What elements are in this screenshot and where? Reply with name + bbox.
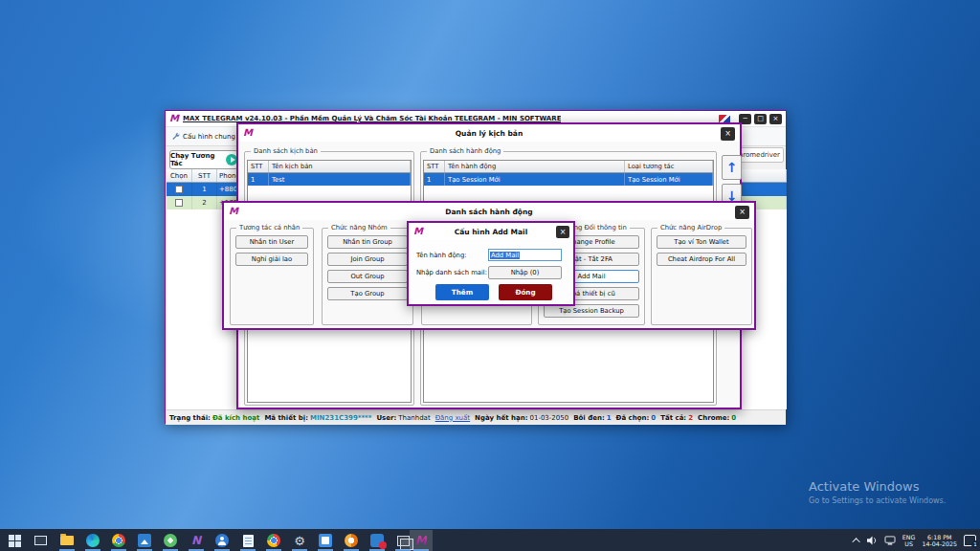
- script-name: Test: [269, 173, 411, 186]
- col-stt: STT: [248, 161, 269, 172]
- language-line2: US: [902, 540, 916, 547]
- row-checkbox[interactable]: [175, 199, 183, 207]
- close-icon[interactable]: ×: [556, 226, 569, 238]
- wrench-icon: [171, 132, 180, 141]
- chrome-value: 0: [731, 414, 736, 422]
- action-center-icon[interactable]: 1: [964, 535, 976, 546]
- user-label: User:: [376, 414, 396, 422]
- script-dialog-title-bar: M Quản lý kịch bản ×: [238, 124, 740, 142]
- run-interaction-button[interactable]: Chạy Tương Tác: [169, 150, 238, 169]
- tray-time: 6:18 PM: [922, 534, 957, 540]
- device-label: Mã thiết bị:: [264, 414, 308, 422]
- taskbar-mail-app[interactable]: [314, 530, 337, 551]
- action-dialog-title: Danh sách hành động: [224, 208, 754, 216]
- mail-list-label: Nhập danh sách mail:: [416, 269, 487, 276]
- col-stt: STT: [424, 161, 445, 172]
- taskbar-notepad-plus[interactable]: N: [185, 530, 208, 551]
- activate-windows-watermark: Activate Windows Go to Settings to activ…: [809, 479, 946, 505]
- group-personal-label: Tương tác cá nhân: [236, 224, 302, 231]
- rest-break-button[interactable]: Nghỉ giải lao: [235, 253, 308, 266]
- action-stt: 1: [424, 173, 445, 186]
- tray-chevron-icon[interactable]: [852, 538, 859, 545]
- maximize-button[interactable]: □: [754, 114, 767, 124]
- windows-logo-icon: [9, 535, 21, 547]
- message-user-button[interactable]: Nhắn tin User: [235, 235, 308, 249]
- group-airdrop-label: Chức năng AirDrop: [657, 224, 724, 231]
- tray-date: 14-04-2025: [922, 540, 957, 547]
- import-mail-button[interactable]: Nhập (0): [488, 266, 562, 279]
- script-dialog-title: Quản lý kịch bản: [238, 129, 740, 138]
- network-icon[interactable]: [884, 536, 896, 545]
- highlight-value: 1: [607, 414, 612, 422]
- addmail-config-dialog: M Cấu hình Add Mail × Tên hành động: Add…: [407, 221, 575, 306]
- out-group-button[interactable]: Out Group: [327, 270, 408, 283]
- addmail-title-bar: M Cấu hình Add Mail ×: [409, 223, 573, 240]
- session-backup-button[interactable]: Tạo Session Backup: [544, 304, 639, 318]
- person-icon: [215, 534, 229, 547]
- action-name-input[interactable]: Add Mail: [488, 249, 562, 261]
- chrome-profile-icon: [267, 534, 280, 547]
- window-stack-icon: [397, 536, 410, 546]
- row-stt: 1: [192, 183, 217, 196]
- taskbar-settings[interactable]: ⚙: [288, 530, 311, 551]
- watermark-title: Activate Windows: [809, 479, 946, 494]
- action-name: Tạo Session Mới: [445, 173, 625, 186]
- device-value: MIN231C399****: [310, 414, 371, 422]
- logout-link[interactable]: Đăng xuất: [435, 414, 470, 422]
- badge-app-icon: [370, 534, 384, 547]
- clock[interactable]: 6:18 PM 14-04-2025: [922, 534, 957, 547]
- speaker-icon[interactable]: [867, 536, 878, 545]
- taskbar-notepad[interactable]: [236, 530, 259, 551]
- general-config-button[interactable]: Cấu hình chung: [171, 132, 235, 141]
- action-name-label: Tên hành động:: [416, 252, 466, 259]
- close-button[interactable]: ×: [769, 114, 782, 124]
- taskbar-chrome[interactable]: [107, 530, 130, 551]
- taskbar-chrome-profile[interactable]: [262, 530, 285, 551]
- selected-value: 0: [651, 414, 656, 422]
- window-title: MAX TELEGRAM v24.10.03 - Phần Mềm Quản L…: [183, 115, 561, 122]
- action-row[interactable]: 1 Tạo Session Mới Tạo Session Mới: [424, 173, 713, 186]
- green-app-icon: [164, 534, 177, 547]
- taskbar-max-telegram[interactable]: M: [410, 530, 433, 551]
- create-group-button[interactable]: Tạo Group: [327, 287, 408, 300]
- expiry-value: 01-03-2050: [529, 414, 568, 422]
- total-label: Tất cả:: [660, 414, 686, 422]
- mail-app-icon: [319, 534, 332, 547]
- taskbar-edge[interactable]: [81, 530, 104, 551]
- close-icon[interactable]: ×: [735, 206, 749, 219]
- run-interaction-label: Chạy Tương Tác: [170, 152, 223, 167]
- user-value: Thanhdat: [398, 414, 430, 422]
- join-group-button[interactable]: Join Group: [327, 253, 408, 266]
- add-button[interactable]: Thêm: [435, 284, 489, 300]
- taskbar-photos[interactable]: [133, 530, 156, 551]
- script-row[interactable]: 1 Test: [248, 173, 411, 186]
- arrow-up-icon: ↑: [726, 160, 738, 175]
- taskbar-green-app[interactable]: [159, 530, 182, 551]
- row-checkbox[interactable]: [175, 186, 183, 193]
- taskbar-contacts[interactable]: [211, 530, 234, 551]
- cheat-airdrop-button[interactable]: Cheat Airdrop For All: [657, 253, 746, 266]
- notepad-icon: [243, 535, 254, 547]
- col-stt: STT: [192, 169, 217, 182]
- message-group-button[interactable]: Nhắn tin Group: [327, 235, 408, 249]
- task-view-button[interactable]: [29, 530, 52, 551]
- taskbar-chrome-orange[interactable]: [340, 530, 363, 551]
- task-view-icon: [34, 536, 47, 545]
- taskbar-file-explorer[interactable]: [56, 530, 78, 551]
- taskbar-app-badge[interactable]: [366, 530, 389, 551]
- col-action-name: Tên hành động: [445, 161, 625, 172]
- script-list-label: Danh sách kịch bản: [251, 147, 321, 155]
- action-type: Tạo Session Mới: [625, 173, 713, 186]
- close-dialog-button[interactable]: Đóng: [499, 284, 552, 300]
- move-up-button[interactable]: ↑: [722, 155, 742, 180]
- col-action-type: Loại tương tác: [625, 161, 713, 172]
- start-button[interactable]: [3, 530, 26, 551]
- language-indicator[interactable]: ENG US: [902, 534, 916, 547]
- taskbar: N ⚙ M ENG US 6:18 PM 14-04-2025 1: [0, 529, 980, 551]
- ton-wallet-button[interactable]: Tạo ví Ton Wallet: [657, 235, 746, 249]
- selected-label: Đã chọn:: [616, 414, 650, 422]
- status-bar: Trạng thái: Đã kích hoạt Mã thiết bị: MI…: [166, 409, 786, 425]
- action-dialog-title-bar: M Danh sách hành động ×: [224, 203, 754, 220]
- action-list-label: Danh sách hành động: [427, 147, 503, 155]
- close-icon[interactable]: ×: [721, 127, 735, 141]
